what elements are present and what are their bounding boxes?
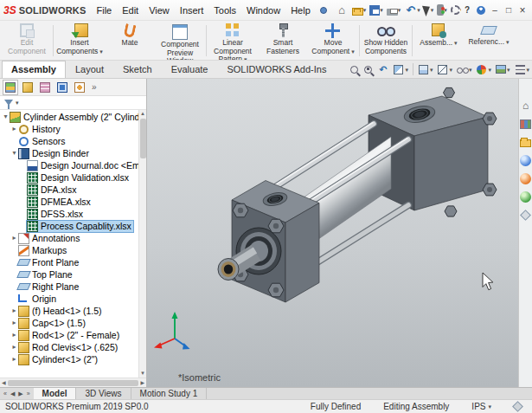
- expand-arrow-icon[interactable]: ▸: [10, 123, 18, 135]
- reference-geometry-button[interactable]: Referenc... ▾: [464, 22, 514, 60]
- tree-item[interactable]: Markups: [0, 244, 138, 256]
- tree-item[interactable]: ▸Cylinder<1> (2"): [0, 353, 138, 365]
- featuremanager-design-tree-tab[interactable]: [3, 80, 18, 95]
- display-style-button[interactable]: ▾: [437, 64, 452, 75]
- tab-motion-study-1[interactable]: Motion Study 1: [131, 388, 208, 399]
- tree-item[interactable]: ▸Annotations: [0, 232, 138, 244]
- menu-file[interactable]: File: [91, 3, 117, 18]
- select-button[interactable]: ▾: [423, 3, 435, 16]
- hide-show-items-button[interactable]: ▾: [457, 64, 472, 75]
- collapse-arrow-icon[interactable]: ▾: [2, 111, 10, 123]
- tree-item-body[interactable]: Rod Clevis<1> (.625): [18, 342, 119, 353]
- dropdown-arrow-icon[interactable]: ▾: [16, 100, 19, 106]
- dropdown-arrow-icon[interactable]: ▾: [449, 67, 452, 73]
- tree-item-body[interactable]: Cylinder<1> (2"): [18, 354, 99, 365]
- tree-item-body[interactable]: Process Capablity.xlsx: [27, 221, 133, 232]
- insert-components-button[interactable]: Insert Components ▾: [54, 22, 105, 60]
- propertymanager-tab[interactable]: [20, 80, 35, 95]
- maximize-button[interactable]: □: [503, 3, 515, 17]
- tree-item-body[interactable]: Markups: [18, 245, 68, 256]
- help-button[interactable]: ?: [461, 3, 473, 17]
- linear-component-pattern-button[interactable]: Linear Component Pattern ▾: [208, 22, 258, 60]
- tree-horizontal-scrollbar[interactable]: ◀ ▶: [0, 378, 146, 387]
- tree-item-body[interactable]: Top Plane: [18, 269, 74, 280]
- dropdown-arrow-icon[interactable]: ▾: [405, 67, 408, 73]
- component-preview-window-button[interactable]: Component Preview Window: [155, 22, 205, 60]
- tab-assembly[interactable]: Assembly: [2, 61, 66, 78]
- solidworks-resources-tab[interactable]: ⌂: [520, 100, 532, 112]
- expand-arrow-icon[interactable]: ▸: [10, 317, 18, 329]
- view-settings-button[interactable]: ▾: [515, 64, 530, 75]
- show-hidden-components-button[interactable]: Show Hidden Components: [361, 22, 411, 60]
- front-head-block[interactable]: [218, 181, 319, 303]
- tree-item[interactable]: DFMEA.xlsx: [0, 196, 138, 208]
- tree-item-body[interactable]: DFMEA.xlsx: [27, 197, 93, 208]
- dropdown-arrow-icon[interactable]: ▾: [527, 67, 530, 73]
- smart-fasteners-button[interactable]: Smart Fasteners: [258, 22, 308, 60]
- mate-button[interactable]: Mate: [105, 22, 155, 60]
- tab-evaluate[interactable]: Evaluate: [162, 61, 218, 78]
- expand-arrow-icon[interactable]: ▸: [10, 305, 18, 317]
- dropdown-arrow-icon[interactable]: ▾: [488, 67, 491, 73]
- apply-scene-button[interactable]: ▾: [496, 64, 510, 75]
- dropdown-arrow-icon[interactable]: ▾: [430, 67, 433, 73]
- tree-item-body[interactable]: Cylinder Assembly (2" Cylinder withe: [10, 112, 138, 123]
- dropdown-arrow-icon[interactable]: ▾: [398, 7, 401, 13]
- home-button[interactable]: ⌂: [335, 3, 349, 17]
- tree-item-body[interactable]: Design Binder: [18, 148, 91, 159]
- menu-view[interactable]: View: [144, 3, 175, 18]
- tree-item[interactable]: ▸Rod Clevis<1> (.625): [0, 341, 138, 353]
- tree-item[interactable]: Top Plane: [0, 268, 138, 281]
- appearances-tab[interactable]: [520, 154, 532, 166]
- collapse-arrow-icon[interactable]: ▾: [10, 147, 18, 159]
- tab-layout[interactable]: Layout: [66, 61, 113, 78]
- menu-insert[interactable]: Insert: [175, 3, 209, 18]
- tree-item-body[interactable]: Right Plane: [18, 281, 80, 292]
- tree-item[interactable]: Process Capablity.xlsx: [0, 220, 138, 232]
- tree-item-body[interactable]: Design Validation.xlsx: [27, 172, 131, 184]
- scroll-first-button[interactable]: «: [3, 390, 8, 397]
- tree-item[interactable]: ▸Rod<1> (2" - Female): [0, 329, 138, 341]
- scroll-next-button[interactable]: ▶: [17, 390, 23, 397]
- expand-arrow-icon[interactable]: ▸: [10, 341, 18, 353]
- tree-item-body[interactable]: (f) Head<1> (1.5): [18, 306, 104, 317]
- tree-item-body[interactable]: Design Journal.doc <Empty>: [27, 160, 138, 171]
- pin-menu-icon[interactable]: [320, 7, 327, 14]
- file-explorer-tab[interactable]: [520, 136, 532, 148]
- tab-3d-views[interactable]: 3D Views: [76, 388, 131, 399]
- dropdown-arrow-icon[interactable]: ▾: [507, 67, 510, 73]
- tree-item-body[interactable]: Front Plane: [18, 257, 80, 268]
- tree-item[interactable]: ▾Design Binder: [0, 147, 138, 159]
- scroll-thumb[interactable]: [140, 119, 146, 158]
- save-button[interactable]: ▾: [369, 4, 384, 16]
- menu-edit[interactable]: Edit: [117, 3, 144, 18]
- user-account-button[interactable]: [475, 3, 487, 17]
- section-view-button[interactable]: ▾: [393, 64, 408, 75]
- expand-arrow-icon[interactable]: ▸: [10, 232, 18, 244]
- edit-appearance-button[interactable]: ▾: [476, 64, 491, 75]
- tree-item[interactable]: Front Plane: [0, 256, 138, 268]
- tree-item[interactable]: ▸Cap<1> (1.5): [0, 317, 138, 329]
- scroll-up-icon[interactable]: ▲: [140, 110, 145, 118]
- decals-tab[interactable]: [520, 190, 532, 203]
- panel-tab-overflow[interactable]: »: [89, 80, 99, 94]
- scroll-left-icon[interactable]: ◀: [2, 379, 6, 387]
- filter-icon[interactable]: [4, 100, 13, 106]
- open-document-button[interactable]: ▾: [351, 4, 368, 16]
- scenes-tab[interactable]: [520, 172, 532, 184]
- tree-item-body[interactable]: DFSS.xlsx: [27, 209, 85, 220]
- cylinder-assembly-model[interactable]: [147, 79, 518, 387]
- tree-item-body[interactable]: DFA.xlsx: [27, 184, 78, 196]
- tree-item[interactable]: ▸History: [0, 123, 138, 135]
- dropdown-arrow-icon[interactable]: ▾: [380, 7, 383, 13]
- zoom-to-fit-button[interactable]: [349, 65, 359, 74]
- custom-properties-status-icon[interactable]: [512, 401, 523, 412]
- tree-item[interactable]: Origin: [0, 293, 138, 305]
- dropdown-arrow-icon[interactable]: ▾: [363, 7, 367, 13]
- tree-item[interactable]: Design Validation.xlsx: [0, 171, 138, 184]
- tree-item-body[interactable]: History: [18, 124, 62, 135]
- options-button[interactable]: ▾: [450, 4, 461, 16]
- tree-item-body[interactable]: Rod<1> (2" - Female): [18, 330, 121, 341]
- custom-properties-tab[interactable]: [520, 209, 532, 221]
- view-orientation-button[interactable]: ▾: [418, 64, 433, 75]
